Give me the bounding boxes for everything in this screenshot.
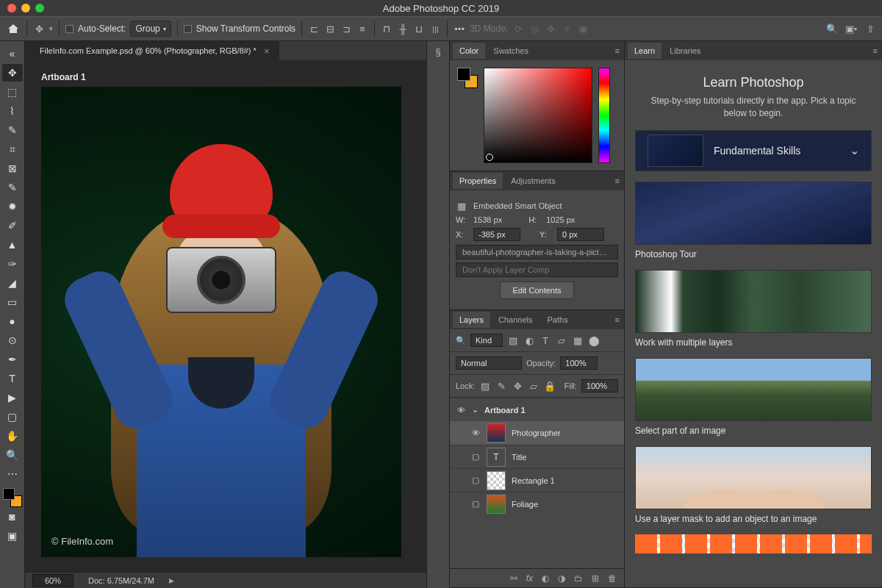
lock-pixels-icon[interactable]: ✎ [495, 380, 507, 392]
crop-tool[interactable]: ⌗ [2, 140, 23, 158]
foreground-background-swatch[interactable] [3, 488, 22, 507]
layer-rectangle[interactable]: ▢ Rectangle 1 [450, 468, 624, 492]
align-center-v-icon[interactable]: ╫ [397, 23, 409, 35]
prop-x-input[interactable]: -385 px [473, 228, 520, 241]
healing-brush-tool[interactable]: ✹ [2, 198, 23, 215]
auto-select-mode-dropdown[interactable]: Group ▾ [130, 21, 171, 37]
tab-swatches[interactable]: Swatches [487, 43, 535, 59]
filter-toggle-icon[interactable]: ⬤ [588, 334, 600, 346]
gradient-tool[interactable]: ▭ [2, 293, 23, 311]
layer-foliage[interactable]: ▢ Foliage [450, 492, 624, 515]
layer-comp-dropdown[interactable]: Don't Apply Layer Comp [456, 262, 618, 277]
home-icon[interactable] [6, 21, 21, 36]
window-zoom-icon[interactable] [35, 4, 44, 12]
visibility-icon[interactable]: ▢ [470, 452, 481, 462]
share-icon[interactable]: ⇧ [864, 23, 876, 35]
lock-position-icon[interactable]: ✥ [512, 380, 523, 392]
frame-tool[interactable]: ⊠ [2, 159, 23, 177]
window-minimize-icon[interactable] [21, 4, 30, 12]
filter-adjust-icon[interactable]: ◐ [523, 334, 535, 346]
panel-menu-icon[interactable]: ≡ [615, 315, 620, 324]
layer-thumbnail[interactable] [487, 471, 506, 490]
panel-menu-icon[interactable]: ≡ [615, 176, 620, 185]
chevron-down-icon[interactable]: ⌄ [472, 405, 478, 415]
clone-stamp-tool[interactable]: ▲ [2, 236, 23, 254]
align-left-icon[interactable]: ⊏ [308, 23, 320, 35]
tab-libraries[interactable]: Libraries [663, 43, 707, 59]
tab-paths[interactable]: Paths [541, 312, 575, 328]
opacity-field[interactable]: 100% [560, 356, 597, 370]
lock-all-icon[interactable]: 🔒 [544, 380, 556, 392]
visibility-icon[interactable]: ▢ [470, 499, 481, 509]
collapse-toolbar-icon[interactable]: « [2, 45, 23, 62]
move-tool[interactable]: ✥ [2, 64, 23, 82]
align-top-icon[interactable]: ⊓ [381, 23, 392, 35]
edit-contents-button[interactable]: Edit Contents [500, 282, 573, 299]
panel-menu-icon[interactable]: ≡ [873, 46, 878, 55]
filter-pixel-icon[interactable]: ▧ [507, 334, 519, 346]
artboard-label[interactable]: Artboard 1 [41, 72, 415, 82]
eraser-tool[interactable]: ◢ [2, 274, 23, 292]
layer-filter-dropdown[interactable]: Kind [470, 334, 503, 347]
lesson-item[interactable]: Work with multiple layers [635, 270, 872, 348]
layer-fx-icon[interactable]: fx [526, 573, 533, 584]
learn-section-header[interactable]: Fundamental Skills ⌄ [635, 130, 872, 171]
lasso-tool[interactable]: ⌇ [2, 102, 23, 120]
pen-tool[interactable]: ✒ [2, 351, 23, 368]
rectangle-tool[interactable]: ▢ [2, 408, 23, 426]
layer-thumbnail[interactable] [487, 495, 506, 514]
show-transform-checkbox[interactable] [184, 25, 192, 33]
saturation-brightness-picker[interactable] [484, 68, 592, 163]
history-brush-tool[interactable]: ✑ [2, 255, 23, 273]
path-select-tool[interactable]: ▶ [2, 389, 23, 406]
visibility-icon[interactable]: ▢ [470, 476, 481, 485]
layer-photographer[interactable]: 👁 Photographer [450, 421, 624, 445]
type-tool[interactable]: T [2, 370, 23, 387]
lock-artboard-icon[interactable]: ▱ [528, 380, 539, 392]
link-layers-icon[interactable]: ⚯ [510, 573, 517, 584]
blend-mode-dropdown[interactable]: Normal [456, 356, 522, 370]
filter-shape-icon[interactable]: ▱ [556, 334, 567, 346]
lesson-item[interactable]: Select part of an image [635, 358, 872, 436]
window-close-icon[interactable] [7, 4, 16, 12]
canvas[interactable]: © FileInfo.com [41, 87, 401, 557]
color-swatch[interactable] [457, 68, 478, 88]
blur-tool[interactable]: ● [2, 312, 23, 330]
document-tab[interactable]: FileInfo.com Example.psd @ 60% (Photogra… [25, 41, 279, 60]
quick-mask-icon[interactable]: ◙ [2, 508, 23, 526]
edit-toolbar-icon[interactable]: ⋯ [2, 465, 23, 483]
hue-slider[interactable] [598, 68, 610, 163]
layer-artboard[interactable]: 👁 ⌄ Artboard 1 [450, 398, 624, 421]
auto-select-checkbox[interactable] [65, 25, 74, 33]
screen-mode-icon[interactable]: ▣▾ [845, 23, 857, 35]
screen-mode-tool-icon[interactable]: ▣ [2, 527, 23, 545]
align-bottom-icon[interactable]: ⊔ [413, 23, 425, 35]
brush-tool[interactable]: ✐ [2, 217, 23, 234]
tab-layers[interactable]: Layers [453, 312, 490, 328]
tab-learn[interactable]: Learn [628, 43, 662, 59]
history-panel-icon[interactable]: § [432, 46, 444, 57]
layer-thumbnail[interactable] [487, 423, 506, 442]
tab-adjustments[interactable]: Adjustments [504, 173, 562, 189]
lesson-item[interactable]: Photoshop Tour [635, 182, 872, 259]
move-tool-icon[interactable]: ✥ [33, 23, 45, 35]
fill-field[interactable]: 100% [581, 379, 618, 392]
new-layer-icon[interactable]: ⊞ [592, 573, 599, 584]
align-center-h-icon[interactable]: ⊟ [324, 23, 336, 35]
marquee-tool[interactable]: ⬚ [2, 83, 23, 101]
delete-layer-icon[interactable]: 🗑 [608, 573, 617, 584]
filter-type-icon[interactable]: T [539, 334, 551, 346]
dodge-tool[interactable]: ⊙ [2, 331, 23, 349]
distribute-v-icon[interactable]: ⫼ [429, 23, 441, 35]
doc-size-label[interactable]: Doc: 6.75M/24.7M [88, 576, 154, 585]
panel-menu-icon[interactable]: ≡ [615, 46, 620, 55]
align-right-icon[interactable]: ⊐ [340, 23, 352, 35]
tab-properties[interactable]: Properties [453, 173, 503, 189]
close-tab-icon[interactable]: × [264, 46, 270, 57]
layer-mask-icon[interactable]: ◐ [542, 573, 549, 584]
search-icon[interactable]: 🔍 [826, 23, 838, 35]
distribute-h-icon[interactable]: ≡ [356, 23, 368, 35]
visibility-icon[interactable]: 👁 [456, 406, 466, 415]
hand-tool[interactable]: ✋ [2, 427, 23, 445]
tab-color[interactable]: Color [453, 43, 485, 59]
